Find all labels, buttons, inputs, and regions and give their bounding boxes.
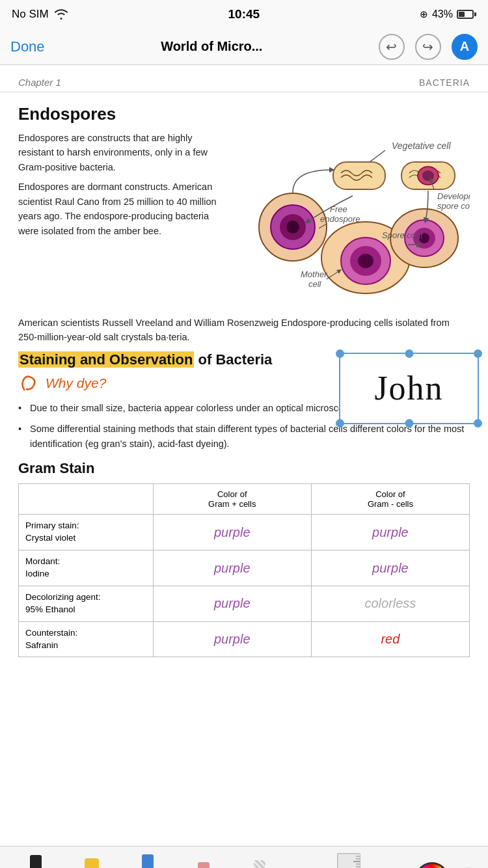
status-left: No SIM bbox=[12, 8, 68, 21]
annotate-icon: A bbox=[460, 39, 469, 54]
handle-br[interactable] bbox=[474, 419, 482, 427]
lock-icon: ⊕ bbox=[420, 8, 428, 20]
staining-title-highlighted: Staining and Observation of Bacteria bbox=[18, 351, 272, 368]
nav-title: World of Micro... bbox=[161, 39, 262, 54]
annotation-text: John bbox=[374, 369, 443, 407]
time-display: 10:45 bbox=[228, 7, 260, 21]
undo-button[interactable]: ↩ bbox=[379, 34, 405, 60]
svg-point-5 bbox=[422, 170, 434, 181]
bullet-2: Some differential staining methods that … bbox=[18, 422, 470, 451]
row1-minus: purple bbox=[311, 515, 469, 550]
handle-tm[interactable] bbox=[405, 349, 413, 358]
chapter-section: BACTERIA bbox=[419, 77, 470, 88]
staining-highlight: Staining and Observation bbox=[18, 351, 194, 368]
blue-pen-tool[interactable]: 50 bbox=[120, 851, 176, 868]
ruler-tool[interactable] bbox=[337, 853, 360, 869]
wifi-icon bbox=[54, 9, 68, 20]
svg-text:cell: cell bbox=[308, 279, 322, 289]
yellow-highlighter-tool[interactable]: 80 bbox=[64, 852, 120, 869]
row1-label: Primary stain:Crystal violet bbox=[19, 515, 154, 550]
endospores-para3: American scientists Russell Vreeland and… bbox=[18, 316, 470, 345]
curl-decoration bbox=[18, 372, 40, 394]
content-wrapper: Endospores Endospores are constructs tha… bbox=[0, 99, 488, 657]
why-dye-text: Why dye? bbox=[46, 375, 106, 391]
table-row: Counterstain:Safranin purple red bbox=[19, 621, 470, 657]
svg-rect-2 bbox=[333, 162, 385, 189]
handle-bl[interactable] bbox=[336, 419, 344, 427]
chapter-header: Chapter 1 BACTERIA bbox=[0, 65, 488, 92]
row4-label: Counterstain:Safranin bbox=[19, 621, 154, 657]
nav-icons: ↩ ↪ A bbox=[379, 34, 478, 60]
svg-text:Spore coat: Spore coat bbox=[382, 230, 424, 240]
header-col1 bbox=[19, 484, 154, 515]
svg-text:Mother: Mother bbox=[301, 269, 327, 279]
row3-label: Decolorizing agent:95% Ethanol bbox=[19, 586, 154, 621]
pink-pen-tool[interactable] bbox=[176, 857, 232, 868]
endospores-para2: Endospores are dormant constructs. Ameri… bbox=[18, 180, 226, 238]
document: Chapter 1 BACTERIA Endospores Endospores… bbox=[0, 65, 488, 846]
gram-stain-table: Color ofGram + cells Color ofGram - cell… bbox=[18, 483, 470, 657]
nav-bar: Done World of Micro... ↩ ↪ A bbox=[0, 29, 488, 65]
header-col2: Color ofGram + cells bbox=[153, 484, 311, 515]
svg-text:Developing: Developing bbox=[437, 191, 470, 201]
ruler-svg bbox=[338, 854, 360, 869]
annotation-box[interactable]: John bbox=[339, 353, 479, 424]
handle-tl[interactable] bbox=[336, 349, 344, 358]
diagram-col: Vegetative cell bbox=[236, 131, 470, 309]
handle-bm[interactable] bbox=[405, 419, 413, 427]
row4-plus: purple bbox=[153, 621, 311, 657]
row1-plus: purple bbox=[153, 515, 311, 550]
row3-minus: colorless bbox=[311, 586, 469, 621]
svg-point-19 bbox=[358, 254, 373, 268]
row2-plus: purple bbox=[153, 550, 311, 586]
content: Endospores Endospores are constructs tha… bbox=[0, 99, 488, 657]
handle-tr[interactable] bbox=[474, 349, 482, 358]
endospores-title: Endospores bbox=[18, 104, 470, 124]
endospores-two-col: Endospores are constructs that are highl… bbox=[18, 131, 470, 309]
redo-icon: ↪ bbox=[422, 39, 433, 55]
row3-plus: purple bbox=[153, 586, 311, 621]
annotate-button[interactable]: A bbox=[452, 34, 478, 60]
row2-label: Mordant:Iodine bbox=[19, 550, 154, 586]
table-row: Mordant:Iodine purple purple bbox=[19, 550, 470, 586]
header-col3: Color ofGram - cells bbox=[311, 484, 469, 515]
endospore-diagram: Vegetative cell bbox=[236, 131, 470, 306]
status-bar: No SIM 10:45 ⊕ 43% bbox=[0, 0, 488, 29]
table-row: Decolorizing agent:95% Ethanol purple co… bbox=[19, 586, 470, 621]
row2-minus: purple bbox=[311, 550, 469, 586]
status-right: ⊕ 43% bbox=[420, 8, 476, 20]
toolbar: 80 50 bbox=[0, 846, 488, 868]
svg-text:Free: Free bbox=[330, 204, 347, 214]
table-row: Primary stain:Crystal violet purple purp… bbox=[19, 515, 470, 550]
battery-percent: 43% bbox=[432, 8, 453, 20]
svg-text:Vegetative cell: Vegetative cell bbox=[392, 141, 451, 151]
gram-stain-title: Gram Stain bbox=[18, 460, 470, 477]
undo-icon: ↩ bbox=[386, 39, 397, 55]
staining-section: John Staining and Observation of Bacteri… bbox=[18, 351, 470, 451]
table-header-row: Color ofGram + cells Color ofGram - cell… bbox=[19, 484, 470, 515]
row4-minus: red bbox=[311, 621, 469, 657]
svg-text:spore coat: spore coat bbox=[437, 201, 470, 211]
staining-title-rest: of Bacteria bbox=[194, 351, 272, 368]
color-wheel-button[interactable] bbox=[415, 862, 449, 869]
redo-button[interactable]: ↪ bbox=[415, 34, 441, 60]
black-pen-tool[interactable] bbox=[8, 855, 64, 869]
done-button[interactable]: Done bbox=[10, 38, 45, 55]
endospores-text-col: Endospores are constructs that are highl… bbox=[18, 131, 226, 309]
carrier-text: No SIM bbox=[12, 8, 49, 21]
ruler-area bbox=[288, 853, 410, 869]
chapter-label: Chapter 1 bbox=[18, 77, 61, 88]
battery-icon bbox=[457, 10, 476, 19]
pattern-pen-tool[interactable] bbox=[232, 854, 288, 869]
svg-point-12 bbox=[286, 221, 299, 234]
endospores-para1: Endospores are constructs that are highl… bbox=[18, 131, 226, 174]
